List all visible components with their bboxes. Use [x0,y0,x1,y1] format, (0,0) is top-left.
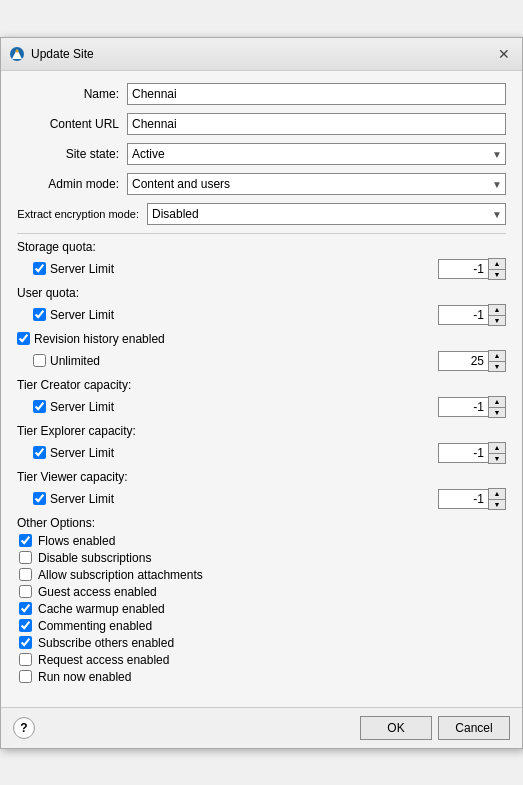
user-quota-checkbox[interactable] [33,308,46,321]
tier-viewer-spinner: ▲ ▼ [438,488,506,510]
update-site-dialog: Update Site ✕ Name: Content URL Site sta… [0,37,523,749]
close-button[interactable]: ✕ [494,44,514,64]
tier-creator-check-label[interactable]: Server Limit [50,400,114,414]
revision-up[interactable]: ▲ [489,351,505,361]
user-quota-up[interactable]: ▲ [489,305,505,315]
guest-access-enabled-checkbox[interactable] [19,585,32,598]
tier-viewer-check-wrapper: Server Limit [33,492,114,506]
disable-subscriptions-checkbox[interactable] [19,551,32,564]
other-options-section: Other Options: Flows enabled Disable sub… [17,516,506,684]
tier-creator-checkbox[interactable] [33,400,46,413]
tier-viewer-checkbox[interactable] [33,492,46,505]
name-input[interactable] [127,83,506,105]
revision-down[interactable]: ▼ [489,361,505,371]
tier-viewer-value[interactable] [438,489,488,509]
option-allow-subscription-attachments: Allow subscription attachments [19,568,506,582]
disable-subscriptions-label[interactable]: Disable subscriptions [38,551,151,565]
tier-creator-spinner: ▲ ▼ [438,396,506,418]
cache-warmup-enabled-checkbox[interactable] [19,602,32,615]
user-quota-down[interactable]: ▼ [489,315,505,325]
extract-enc-label: Extract encryption mode: [17,208,147,220]
revision-history-checkbox[interactable] [17,332,30,345]
flows-enabled-label[interactable]: Flows enabled [38,534,115,548]
other-options-label: Other Options: [17,516,506,530]
tier-viewer-label: Tier Viewer capacity: [17,470,506,484]
admin-mode-select[interactable]: Content and users Content only Site admi… [127,173,506,195]
unlimited-row: Unlimited ▲ ▼ [33,350,506,372]
tier-creator-value[interactable] [438,397,488,417]
commenting-enabled-checkbox[interactable] [19,619,32,632]
tier-creator-spinner-btns: ▲ ▼ [488,396,506,418]
run-now-enabled-checkbox[interactable] [19,670,32,683]
tier-viewer-up[interactable]: ▲ [489,489,505,499]
unlimited-label[interactable]: Unlimited [50,354,100,368]
extract-enc-select[interactable]: Disabled Enabled Required [147,203,506,225]
subscribe-others-enabled-label[interactable]: Subscribe others enabled [38,636,174,650]
revision-value[interactable] [438,351,488,371]
title-bar: Update Site ✕ [1,38,522,71]
tier-explorer-checkbox[interactable] [33,446,46,459]
subscribe-others-enabled-checkbox[interactable] [19,636,32,649]
request-access-enabled-checkbox[interactable] [19,653,32,666]
tier-explorer-check-label[interactable]: Server Limit [50,446,114,460]
site-state-label: Site state: [17,147,127,161]
tier-explorer-spinner-btns: ▲ ▼ [488,442,506,464]
storage-quota-label: Storage quota: [17,240,506,254]
tier-explorer-check-wrapper: Server Limit [33,446,114,460]
guest-access-enabled-label[interactable]: Guest access enabled [38,585,157,599]
tier-explorer-label: Tier Explorer capacity: [17,424,506,438]
tier-explorer-up[interactable]: ▲ [489,443,505,453]
name-label: Name: [17,87,127,101]
option-request-access-enabled: Request access enabled [19,653,506,667]
option-cache-warmup-enabled: Cache warmup enabled [19,602,506,616]
option-commenting-enabled: Commenting enabled [19,619,506,633]
tier-explorer-value[interactable] [438,443,488,463]
option-disable-subscriptions: Disable subscriptions [19,551,506,565]
tier-creator-down[interactable]: ▼ [489,407,505,417]
help-button[interactable]: ? [13,717,35,739]
tier-creator-up[interactable]: ▲ [489,397,505,407]
tier-viewer-row: Server Limit ▲ ▼ [33,488,506,510]
revision-spinner: ▲ ▼ [438,350,506,372]
tier-creator-row: Server Limit ▲ ▼ [33,396,506,418]
request-access-enabled-label[interactable]: Request access enabled [38,653,169,667]
run-now-enabled-label[interactable]: Run now enabled [38,670,131,684]
tier-explorer-spinner: ▲ ▼ [438,442,506,464]
revision-history-check-wrapper: Revision history enabled [17,332,165,346]
extract-enc-row: Extract encryption mode: Disabled Enable… [17,203,506,225]
content-url-label: Content URL [17,117,127,131]
site-state-select[interactable]: Active Inactive [127,143,506,165]
user-quota-label: User quota: [17,286,506,300]
tier-explorer-row: Server Limit ▲ ▼ [33,442,506,464]
option-run-now-enabled: Run now enabled [19,670,506,684]
commenting-enabled-label[interactable]: Commenting enabled [38,619,152,633]
allow-subscription-attachments-label[interactable]: Allow subscription attachments [38,568,203,582]
tier-viewer-check-label[interactable]: Server Limit [50,492,114,506]
storage-quota-value[interactable] [438,259,488,279]
content-url-input[interactable] [127,113,506,135]
cancel-button[interactable]: Cancel [438,716,510,740]
unlimited-checkbox[interactable] [33,354,46,367]
revision-history-row: Revision history enabled [17,332,506,346]
allow-subscription-attachments-checkbox[interactable] [19,568,32,581]
storage-quota-down[interactable]: ▼ [489,269,505,279]
revision-spinner-btns: ▲ ▼ [488,350,506,372]
admin-mode-select-wrapper: Content and users Content only Site admi… [127,173,506,195]
user-quota-value[interactable] [438,305,488,325]
flows-enabled-checkbox[interactable] [19,534,32,547]
user-quota-check-label[interactable]: Server Limit [50,308,114,322]
admin-mode-row: Admin mode: Content and users Content on… [17,173,506,195]
storage-quota-up[interactable]: ▲ [489,259,505,269]
content-url-row: Content URL [17,113,506,135]
option-flows-enabled: Flows enabled [19,534,506,548]
svg-point-2 [16,49,19,52]
storage-quota-checkbox[interactable] [33,262,46,275]
tier-viewer-down[interactable]: ▼ [489,499,505,509]
revision-history-label[interactable]: Revision history enabled [34,332,165,346]
tier-explorer-down[interactable]: ▼ [489,453,505,463]
ok-button[interactable]: OK [360,716,432,740]
storage-quota-check-label[interactable]: Server Limit [50,262,114,276]
unlimited-check-wrapper: Unlimited [33,354,100,368]
cache-warmup-enabled-label[interactable]: Cache warmup enabled [38,602,165,616]
dialog-title: Update Site [31,47,494,61]
